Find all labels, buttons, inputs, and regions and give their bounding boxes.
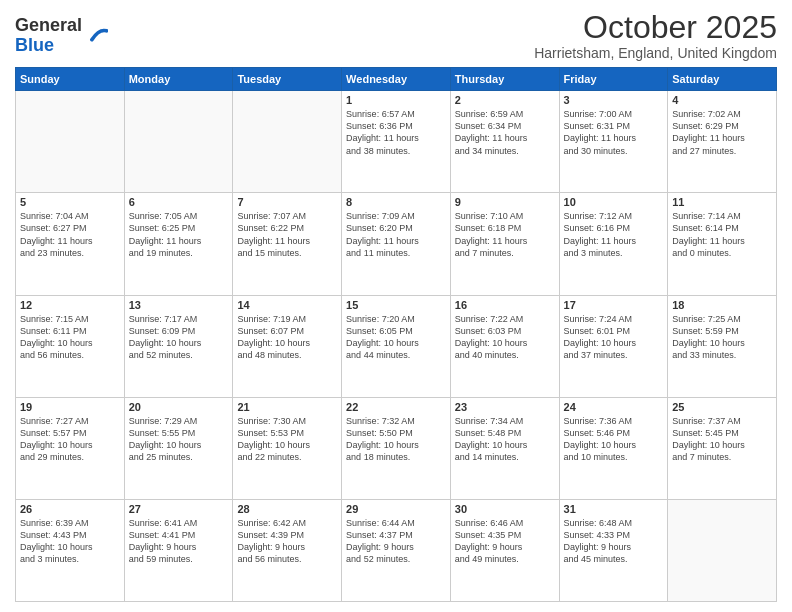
day-number: 12 <box>20 299 120 311</box>
day-info: Sunrise: 7:20 AM Sunset: 6:05 PM Dayligh… <box>346 313 446 362</box>
day-number: 31 <box>564 503 664 515</box>
calendar-header-row: Sunday Monday Tuesday Wednesday Thursday… <box>16 68 777 91</box>
day-info: Sunrise: 7:34 AM Sunset: 5:48 PM Dayligh… <box>455 415 555 464</box>
day-info: Sunrise: 6:59 AM Sunset: 6:34 PM Dayligh… <box>455 108 555 157</box>
day-info: Sunrise: 7:25 AM Sunset: 5:59 PM Dayligh… <box>672 313 772 362</box>
day-info: Sunrise: 6:48 AM Sunset: 4:33 PM Dayligh… <box>564 517 664 566</box>
day-number: 28 <box>237 503 337 515</box>
calendar-table: Sunday Monday Tuesday Wednesday Thursday… <box>15 67 777 602</box>
day-info: Sunrise: 7:05 AM Sunset: 6:25 PM Dayligh… <box>129 210 229 259</box>
day-info: Sunrise: 6:42 AM Sunset: 4:39 PM Dayligh… <box>237 517 337 566</box>
table-row: 26Sunrise: 6:39 AM Sunset: 4:43 PM Dayli… <box>16 499 125 601</box>
calendar-subtitle: Harrietsham, England, United Kingdom <box>534 45 777 61</box>
day-info: Sunrise: 7:29 AM Sunset: 5:55 PM Dayligh… <box>129 415 229 464</box>
logo-blue-text: Blue <box>15 35 54 55</box>
day-info: Sunrise: 7:37 AM Sunset: 5:45 PM Dayligh… <box>672 415 772 464</box>
day-number: 26 <box>20 503 120 515</box>
table-row: 10Sunrise: 7:12 AM Sunset: 6:16 PM Dayli… <box>559 193 668 295</box>
day-number: 4 <box>672 94 772 106</box>
calendar-week-row: 1Sunrise: 6:57 AM Sunset: 6:36 PM Daylig… <box>16 91 777 193</box>
table-row <box>233 91 342 193</box>
table-row: 21Sunrise: 7:30 AM Sunset: 5:53 PM Dayli… <box>233 397 342 499</box>
day-number: 24 <box>564 401 664 413</box>
col-tuesday: Tuesday <box>233 68 342 91</box>
day-number: 10 <box>564 196 664 208</box>
day-info: Sunrise: 6:39 AM Sunset: 4:43 PM Dayligh… <box>20 517 120 566</box>
day-info: Sunrise: 7:04 AM Sunset: 6:27 PM Dayligh… <box>20 210 120 259</box>
table-row: 5Sunrise: 7:04 AM Sunset: 6:27 PM Daylig… <box>16 193 125 295</box>
title-block: October 2025 Harrietsham, England, Unite… <box>534 10 777 61</box>
table-row: 30Sunrise: 6:46 AM Sunset: 4:35 PM Dayli… <box>450 499 559 601</box>
day-info: Sunrise: 7:36 AM Sunset: 5:46 PM Dayligh… <box>564 415 664 464</box>
day-number: 14 <box>237 299 337 311</box>
logo: General Blue <box>15 16 108 56</box>
table-row: 4Sunrise: 7:02 AM Sunset: 6:29 PM Daylig… <box>668 91 777 193</box>
day-info: Sunrise: 6:44 AM Sunset: 4:37 PM Dayligh… <box>346 517 446 566</box>
table-row: 6Sunrise: 7:05 AM Sunset: 6:25 PM Daylig… <box>124 193 233 295</box>
day-number: 19 <box>20 401 120 413</box>
day-number: 13 <box>129 299 229 311</box>
table-row: 25Sunrise: 7:37 AM Sunset: 5:45 PM Dayli… <box>668 397 777 499</box>
logo-general-text: General <box>15 15 82 35</box>
day-info: Sunrise: 7:02 AM Sunset: 6:29 PM Dayligh… <box>672 108 772 157</box>
day-info: Sunrise: 7:27 AM Sunset: 5:57 PM Dayligh… <box>20 415 120 464</box>
calendar-week-row: 12Sunrise: 7:15 AM Sunset: 6:11 PM Dayli… <box>16 295 777 397</box>
day-info: Sunrise: 6:41 AM Sunset: 4:41 PM Dayligh… <box>129 517 229 566</box>
day-info: Sunrise: 7:30 AM Sunset: 5:53 PM Dayligh… <box>237 415 337 464</box>
table-row: 29Sunrise: 6:44 AM Sunset: 4:37 PM Dayli… <box>342 499 451 601</box>
day-info: Sunrise: 7:17 AM Sunset: 6:09 PM Dayligh… <box>129 313 229 362</box>
calendar-week-row: 26Sunrise: 6:39 AM Sunset: 4:43 PM Dayli… <box>16 499 777 601</box>
table-row: 23Sunrise: 7:34 AM Sunset: 5:48 PM Dayli… <box>450 397 559 499</box>
day-number: 21 <box>237 401 337 413</box>
day-number: 2 <box>455 94 555 106</box>
day-number: 1 <box>346 94 446 106</box>
day-info: Sunrise: 6:46 AM Sunset: 4:35 PM Dayligh… <box>455 517 555 566</box>
day-number: 27 <box>129 503 229 515</box>
table-row: 11Sunrise: 7:14 AM Sunset: 6:14 PM Dayli… <box>668 193 777 295</box>
day-info: Sunrise: 7:00 AM Sunset: 6:31 PM Dayligh… <box>564 108 664 157</box>
day-number: 5 <box>20 196 120 208</box>
table-row: 15Sunrise: 7:20 AM Sunset: 6:05 PM Dayli… <box>342 295 451 397</box>
col-saturday: Saturday <box>668 68 777 91</box>
col-wednesday: Wednesday <box>342 68 451 91</box>
table-row: 8Sunrise: 7:09 AM Sunset: 6:20 PM Daylig… <box>342 193 451 295</box>
day-number: 6 <box>129 196 229 208</box>
table-row: 9Sunrise: 7:10 AM Sunset: 6:18 PM Daylig… <box>450 193 559 295</box>
table-row: 27Sunrise: 6:41 AM Sunset: 4:41 PM Dayli… <box>124 499 233 601</box>
day-info: Sunrise: 7:22 AM Sunset: 6:03 PM Dayligh… <box>455 313 555 362</box>
day-info: Sunrise: 7:15 AM Sunset: 6:11 PM Dayligh… <box>20 313 120 362</box>
table-row: 1Sunrise: 6:57 AM Sunset: 6:36 PM Daylig… <box>342 91 451 193</box>
day-info: Sunrise: 7:07 AM Sunset: 6:22 PM Dayligh… <box>237 210 337 259</box>
day-number: 29 <box>346 503 446 515</box>
day-number: 18 <box>672 299 772 311</box>
table-row <box>124 91 233 193</box>
day-number: 3 <box>564 94 664 106</box>
day-number: 7 <box>237 196 337 208</box>
table-row: 19Sunrise: 7:27 AM Sunset: 5:57 PM Dayli… <box>16 397 125 499</box>
day-number: 16 <box>455 299 555 311</box>
table-row: 12Sunrise: 7:15 AM Sunset: 6:11 PM Dayli… <box>16 295 125 397</box>
table-row: 28Sunrise: 6:42 AM Sunset: 4:39 PM Dayli… <box>233 499 342 601</box>
day-number: 9 <box>455 196 555 208</box>
day-info: Sunrise: 7:32 AM Sunset: 5:50 PM Dayligh… <box>346 415 446 464</box>
table-row: 13Sunrise: 7:17 AM Sunset: 6:09 PM Dayli… <box>124 295 233 397</box>
day-number: 17 <box>564 299 664 311</box>
logo-icon <box>86 25 108 47</box>
table-row: 31Sunrise: 6:48 AM Sunset: 4:33 PM Dayli… <box>559 499 668 601</box>
calendar-week-row: 19Sunrise: 7:27 AM Sunset: 5:57 PM Dayli… <box>16 397 777 499</box>
table-row: 24Sunrise: 7:36 AM Sunset: 5:46 PM Dayli… <box>559 397 668 499</box>
table-row: 14Sunrise: 7:19 AM Sunset: 6:07 PM Dayli… <box>233 295 342 397</box>
table-row <box>668 499 777 601</box>
table-row: 18Sunrise: 7:25 AM Sunset: 5:59 PM Dayli… <box>668 295 777 397</box>
day-info: Sunrise: 6:57 AM Sunset: 6:36 PM Dayligh… <box>346 108 446 157</box>
table-row: 17Sunrise: 7:24 AM Sunset: 6:01 PM Dayli… <box>559 295 668 397</box>
day-number: 11 <box>672 196 772 208</box>
day-number: 8 <box>346 196 446 208</box>
day-info: Sunrise: 7:09 AM Sunset: 6:20 PM Dayligh… <box>346 210 446 259</box>
day-number: 25 <box>672 401 772 413</box>
table-row: 22Sunrise: 7:32 AM Sunset: 5:50 PM Dayli… <box>342 397 451 499</box>
day-info: Sunrise: 7:14 AM Sunset: 6:14 PM Dayligh… <box>672 210 772 259</box>
day-number: 20 <box>129 401 229 413</box>
header: General Blue October 2025 Harrietsham, E… <box>15 10 777 61</box>
table-row: 3Sunrise: 7:00 AM Sunset: 6:31 PM Daylig… <box>559 91 668 193</box>
